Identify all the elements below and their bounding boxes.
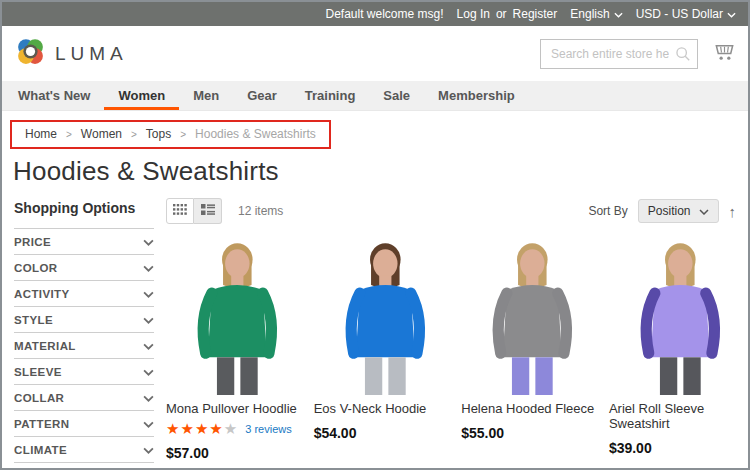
product-card-helena-hooded-fleece: Helena Hooded Fleece$55.00 [461, 232, 604, 461]
product-list-area: 12 items Sort By Position ↑ Mona Pullove… [166, 198, 736, 463]
filter-label: PRICE [14, 236, 51, 248]
breadcrumb-separator: > [66, 129, 72, 140]
chevron-down-icon [143, 340, 154, 352]
filter-label: SLEEVE [14, 366, 62, 378]
nav-item-training[interactable]: Training [291, 81, 370, 110]
cart-icon[interactable] [713, 40, 736, 67]
breadcrumb-link-home[interactable]: Home [25, 127, 57, 141]
main-navigation: What's NewWomenMenGearTrainingSaleMember… [2, 81, 748, 111]
filter-material[interactable]: MATERIAL [14, 333, 154, 359]
product-image[interactable] [461, 232, 604, 395]
luma-logo-icon [14, 35, 47, 72]
filter-label: COLLAR [14, 392, 64, 404]
sort-select-value: Position [648, 204, 691, 218]
or-text: or [496, 7, 507, 21]
toolbar: 12 items Sort By Position ↑ [166, 198, 736, 224]
search-icon[interactable] [675, 46, 691, 66]
filter-label: MATERIAL [14, 340, 76, 352]
chevron-down-icon [143, 366, 154, 378]
filter-label: PATTERN [14, 418, 69, 430]
chevron-down-icon [143, 288, 154, 300]
filter-pattern[interactable]: PATTERN [14, 411, 154, 437]
list-view-button[interactable] [194, 198, 222, 224]
logo-text: LUMA [55, 43, 128, 65]
star-icon: ★ [180, 421, 194, 436]
register-link[interactable]: Register [513, 7, 558, 21]
filter-price[interactable]: PRICE [14, 229, 154, 255]
product-name-link[interactable]: Helena Hooded Fleece [461, 401, 604, 416]
reviews-link[interactable]: 3 reviews [245, 423, 291, 435]
product-grid: Mona Pullover Hoodlie★★★★★3 reviews$57.0… [166, 232, 736, 461]
breadcrumb-link-tops[interactable]: Tops [146, 127, 171, 141]
product-price: $39.00 [609, 440, 750, 456]
product-card-mona-pullover-hoodlie: Mona Pullover Hoodlie★★★★★3 reviews$57.0… [166, 232, 309, 461]
product-rating: ★★★★★3 reviews [166, 421, 309, 436]
nav-item-membership[interactable]: Membership [424, 81, 529, 110]
filter-label: STYLE [14, 314, 53, 326]
page-title: Hoodies & Sweatshirts [13, 156, 748, 187]
nav-item-what-s-new[interactable]: What's New [4, 81, 104, 110]
sort-ascending-button[interactable]: ↑ [729, 204, 737, 219]
nav-item-sale[interactable]: Sale [369, 81, 424, 110]
star-icon: ★ [195, 421, 209, 436]
sort-by-label: Sort By [588, 204, 627, 218]
store-logo[interactable]: LUMA [14, 35, 128, 72]
filter-list: PRICECOLORACTIVITYSTYLEMATERIALSLEEVECOL… [14, 228, 154, 463]
filter-label: COLOR [14, 262, 58, 274]
chevron-down-icon [143, 236, 154, 248]
product-card-ariel-roll-sleeve-sweatshirt: Ariel Roll Sleeve Sweatshirt$39.00 [609, 232, 750, 461]
currency-value: USD - US Dollar [636, 7, 723, 21]
filter-climate[interactable]: CLIMATE [14, 437, 154, 463]
product-image[interactable] [166, 232, 309, 395]
product-name-link[interactable]: Ariel Roll Sleeve Sweatshirt [609, 401, 750, 431]
sidebar-shopping-options: Shopping Options PRICECOLORACTIVITYSTYLE… [14, 198, 154, 463]
product-image[interactable] [609, 232, 750, 395]
breadcrumb-separator: > [180, 129, 186, 140]
star-icon: ★ [166, 421, 180, 436]
language-dropdown[interactable]: English [570, 7, 622, 21]
chevron-down-icon [143, 444, 154, 456]
list-view-icon [201, 202, 215, 220]
search-box [540, 39, 698, 69]
product-card-eos-v-neck-hoodie: Eos V-Neck Hoodie$54.00 [314, 232, 457, 461]
browser-page: Default welcome msg! Log In or Register … [0, 0, 750, 470]
welcome-message: Default welcome msg! [326, 7, 444, 21]
star-icon: ★ [224, 421, 238, 436]
product-price: $57.00 [166, 445, 309, 461]
filter-collar[interactable]: COLLAR [14, 385, 154, 411]
product-name-link[interactable]: Mona Pullover Hoodlie [166, 401, 309, 416]
product-price: $54.00 [314, 425, 457, 441]
product-image[interactable] [314, 232, 457, 395]
chevron-down-icon [614, 7, 623, 21]
currency-dropdown[interactable]: USD - US Dollar [636, 7, 736, 21]
filter-color[interactable]: COLOR [14, 255, 154, 281]
grid-view-icon [173, 202, 187, 220]
breadcrumb-current: Hoodies & Sweatshirts [195, 127, 316, 141]
breadcrumb-link-women[interactable]: Women [81, 127, 122, 141]
filter-sleeve[interactable]: SLEEVE [14, 359, 154, 385]
login-link[interactable]: Log In [457, 7, 490, 21]
sort-select[interactable]: Position [638, 199, 719, 223]
shopping-options-title: Shopping Options [14, 200, 154, 216]
top-bar: Default welcome msg! Log In or Register … [2, 2, 748, 26]
nav-item-men[interactable]: Men [179, 81, 233, 110]
grid-view-button[interactable] [166, 198, 194, 224]
chevron-down-icon [143, 314, 154, 326]
view-mode-switcher [166, 198, 222, 224]
chevron-down-icon [143, 392, 154, 404]
filter-label: ACTIVITY [14, 288, 70, 300]
header: LUMA [2, 26, 748, 81]
breadcrumb: Home>Women>Tops>Hoodies & Sweatshirts [10, 120, 331, 149]
language-value: English [570, 7, 609, 21]
item-count: 12 items [238, 204, 283, 218]
breadcrumb-separator: > [131, 129, 137, 140]
chevron-down-icon [699, 204, 709, 218]
product-name-link[interactable]: Eos V-Neck Hoodie [314, 401, 457, 416]
nav-item-gear[interactable]: Gear [233, 81, 291, 110]
filter-activity[interactable]: ACTIVITY [14, 281, 154, 307]
filter-label: CLIMATE [14, 444, 67, 456]
nav-item-women[interactable]: Women [104, 81, 179, 110]
filter-style[interactable]: STYLE [14, 307, 154, 333]
content: Shopping Options PRICECOLORACTIVITYSTYLE… [2, 187, 748, 463]
product-price: $55.00 [461, 425, 604, 441]
